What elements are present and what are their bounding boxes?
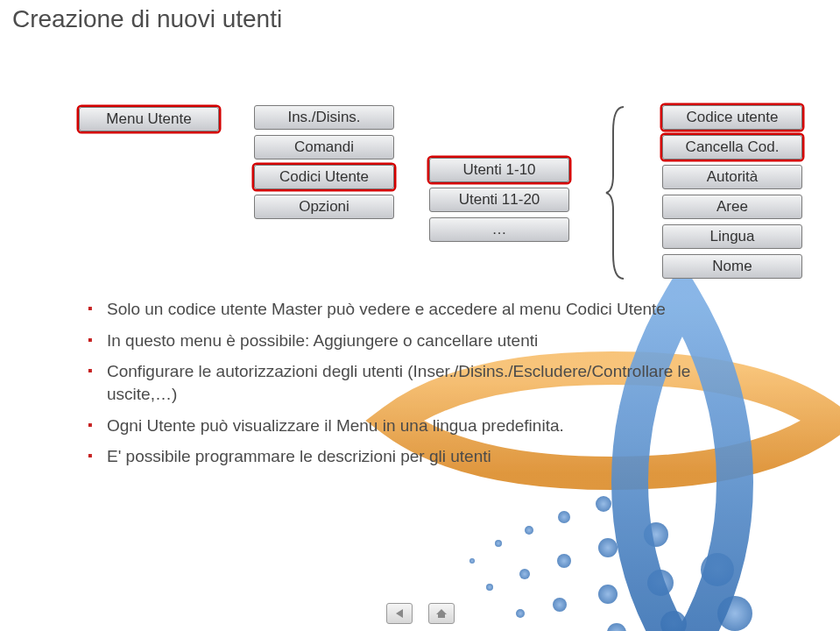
page-title: Creazione di nuovi utenti	[12, 5, 282, 33]
svg-point-10	[516, 609, 525, 618]
svg-point-2	[525, 526, 533, 535]
codice-utente-box: Codice utente	[662, 105, 802, 130]
bullet-list: Solo un codice utente Master può vedere …	[88, 298, 736, 477]
arrow-left-icon	[393, 608, 406, 619]
col-right: Codice utente Cancella Cod. Autorità Are…	[662, 105, 802, 279]
cancella-cod-box: Cancella Cod.	[662, 135, 802, 160]
home-button[interactable]	[428, 603, 455, 624]
codici-utente-box: Codici Utente	[254, 165, 394, 189]
col-mid1: Ins./Disins. Comandi Codici Utente Opzio…	[254, 105, 394, 219]
utenti-1-10-box: Utenti 1-10	[429, 158, 569, 182]
svg-point-3	[558, 511, 570, 523]
svg-point-8	[598, 538, 618, 557]
nome-box: Nome	[662, 254, 802, 279]
menu-utente-box: Menu Utente	[79, 107, 219, 131]
bullet-item: Configurare le autorizzazioni degli uten…	[88, 360, 736, 405]
aree-box: Aree	[662, 195, 802, 219]
brace-icon	[604, 105, 627, 280]
svg-point-12	[598, 585, 618, 604]
bullet-item: Solo un codice utente Master può vedere …	[88, 298, 736, 321]
bullet-item: E' possibile programmare le descrizioni …	[88, 445, 736, 468]
col-mid2: Utenti 1-10 Utenti 11-20 …	[429, 158, 569, 242]
svg-point-4	[596, 496, 611, 512]
home-icon	[435, 608, 448, 619]
autorita-box: Autorità	[662, 165, 802, 189]
menu-diagram: Menu Utente Ins./Disins. Comandi Codici …	[79, 105, 802, 280]
slide-nav	[386, 603, 455, 624]
bullet-item: In questo menu è possibile: Aggiungere o…	[88, 330, 736, 352]
bullet-item: Ogni Utente può visualizzare il Menu in …	[88, 415, 736, 437]
svg-point-7	[557, 554, 571, 568]
col-left: Menu Utente	[79, 107, 219, 131]
svg-point-16	[607, 623, 626, 631]
utenti-11-20-box: Utenti 11-20	[429, 188, 569, 212]
svg-point-1	[495, 540, 502, 547]
svg-point-5	[486, 584, 493, 591]
svg-point-6	[519, 569, 530, 579]
prev-slide-button[interactable]	[386, 603, 413, 624]
svg-point-0	[469, 558, 475, 564]
ellipsis-box: …	[429, 217, 569, 242]
ins-disins-box: Ins./Disins.	[254, 105, 394, 130]
comandi-box: Comandi	[254, 135, 394, 160]
lingua-box: Lingua	[662, 224, 802, 249]
opzioni-box: Opzioni	[254, 195, 394, 219]
svg-point-11	[553, 598, 567, 612]
